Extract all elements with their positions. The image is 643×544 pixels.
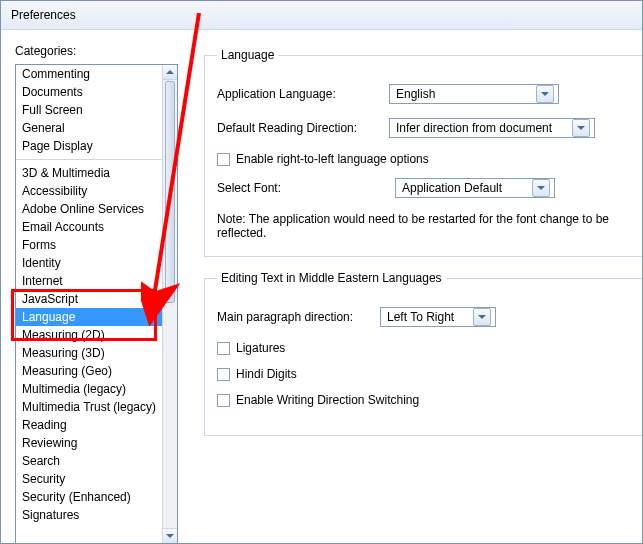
category-item-javascript[interactable]: JavaScript xyxy=(16,290,163,308)
category-item-accessibility[interactable]: Accessibility xyxy=(16,182,163,200)
chevron-up-icon xyxy=(166,70,174,74)
category-item-reviewing[interactable]: Reviewing xyxy=(16,434,163,452)
scroll-down-button[interactable] xyxy=(163,528,177,543)
app-language-select[interactable]: English xyxy=(389,84,559,104)
font-restart-note: Note: The application would need to be r… xyxy=(217,212,642,240)
categories-sidebar: Categories: CommentingDocumentsFull Scre… xyxy=(1,30,186,544)
category-item-internet[interactable]: Internet xyxy=(16,272,163,290)
category-item-search[interactable]: Search xyxy=(16,452,163,470)
language-group: Language Application Language: English D… xyxy=(204,48,642,257)
app-language-value: English xyxy=(396,87,435,101)
writing-switch-checkbox[interactable] xyxy=(217,394,230,407)
ligatures-checkbox[interactable] xyxy=(217,342,230,355)
reading-direction-label: Default Reading Direction: xyxy=(217,121,381,135)
app-language-label: Application Language: xyxy=(217,87,381,101)
editing-group: Editing Text in Middle Eastern Languages… xyxy=(204,271,642,436)
ligatures-row: Ligatures xyxy=(217,341,642,355)
category-item-adobe-online-services[interactable]: Adobe Online Services xyxy=(16,200,163,218)
paragraph-direction-select[interactable]: Left To Right xyxy=(380,307,496,327)
category-item-security[interactable]: Security xyxy=(16,470,163,488)
select-font-value: Application Default xyxy=(402,181,502,195)
category-item-measuring-3d-[interactable]: Measuring (3D) xyxy=(16,344,163,362)
dropdown-arrow-icon xyxy=(536,85,554,103)
categories-scrollbar[interactable] xyxy=(162,65,177,543)
category-item-forms[interactable]: Forms xyxy=(16,236,163,254)
category-item-email-accounts[interactable]: Email Accounts xyxy=(16,218,163,236)
category-item-signatures[interactable]: Signatures xyxy=(16,506,163,524)
window-title: Preferences xyxy=(1,1,642,30)
reading-direction-select[interactable]: Infer direction from document xyxy=(389,118,595,138)
rtl-checkbox-label: Enable right-to-left language options xyxy=(236,152,429,166)
category-item-measuring-geo-[interactable]: Measuring (Geo) xyxy=(16,362,163,380)
rtl-checkbox-row: Enable right-to-left language options xyxy=(217,152,642,166)
hindi-digits-checkbox[interactable] xyxy=(217,368,230,381)
paragraph-direction-row: Main paragraph direction: Left To Right xyxy=(217,307,642,327)
scroll-up-button[interactable] xyxy=(163,65,177,80)
dropdown-arrow-icon xyxy=(572,119,590,137)
app-language-row: Application Language: English xyxy=(217,84,642,104)
category-item-full-screen[interactable]: Full Screen xyxy=(16,101,163,119)
window-body: Categories: CommentingDocumentsFull Scre… xyxy=(1,30,642,544)
category-item-3d-multimedia[interactable]: 3D & Multimedia xyxy=(16,164,163,182)
category-separator xyxy=(16,159,163,160)
hindi-digits-row: Hindi Digits xyxy=(217,367,642,381)
categories-label: Categories: xyxy=(15,44,178,58)
categories-listbox[interactable]: CommentingDocumentsFull ScreenGeneralPag… xyxy=(15,64,178,544)
language-legend: Language xyxy=(217,48,278,62)
preferences-window: Preferences Categories: CommentingDocume… xyxy=(0,0,643,544)
dropdown-arrow-icon xyxy=(473,308,491,326)
select-font-row: Select Font: Application Default xyxy=(217,178,642,198)
category-item-general[interactable]: General xyxy=(16,119,163,137)
category-item-page-display[interactable]: Page Display xyxy=(16,137,163,155)
category-item-identity[interactable]: Identity xyxy=(16,254,163,272)
rtl-checkbox[interactable] xyxy=(217,153,230,166)
reading-direction-value: Infer direction from document xyxy=(396,121,552,135)
paragraph-direction-label: Main paragraph direction: xyxy=(217,310,372,324)
select-font-label: Select Font: xyxy=(217,181,387,195)
writing-switch-row: Enable Writing Direction Switching xyxy=(217,393,642,407)
hindi-digits-label: Hindi Digits xyxy=(236,367,297,381)
editing-legend: Editing Text in Middle Eastern Languages xyxy=(217,271,446,285)
category-item-measuring-2d-[interactable]: Measuring (2D) xyxy=(16,326,163,344)
category-item-multimedia-trust-legacy-[interactable]: Multimedia Trust (legacy) xyxy=(16,398,163,416)
writing-switch-label: Enable Writing Direction Switching xyxy=(236,393,419,407)
category-item-multimedia-legacy-[interactable]: Multimedia (legacy) xyxy=(16,380,163,398)
settings-panel: Language Application Language: English D… xyxy=(186,30,642,544)
scroll-thumb[interactable] xyxy=(165,81,175,303)
paragraph-direction-value: Left To Right xyxy=(387,310,454,324)
reading-direction-row: Default Reading Direction: Infer directi… xyxy=(217,118,642,138)
category-item-documents[interactable]: Documents xyxy=(16,83,163,101)
chevron-down-icon xyxy=(166,534,174,538)
category-item-commenting[interactable]: Commenting xyxy=(16,65,163,83)
category-item-language[interactable]: Language xyxy=(16,308,163,326)
select-font-select[interactable]: Application Default xyxy=(395,178,555,198)
ligatures-label: Ligatures xyxy=(236,341,285,355)
category-item-security-enhanced-[interactable]: Security (Enhanced) xyxy=(16,488,163,506)
dropdown-arrow-icon xyxy=(532,179,550,197)
category-item-reading[interactable]: Reading xyxy=(16,416,163,434)
